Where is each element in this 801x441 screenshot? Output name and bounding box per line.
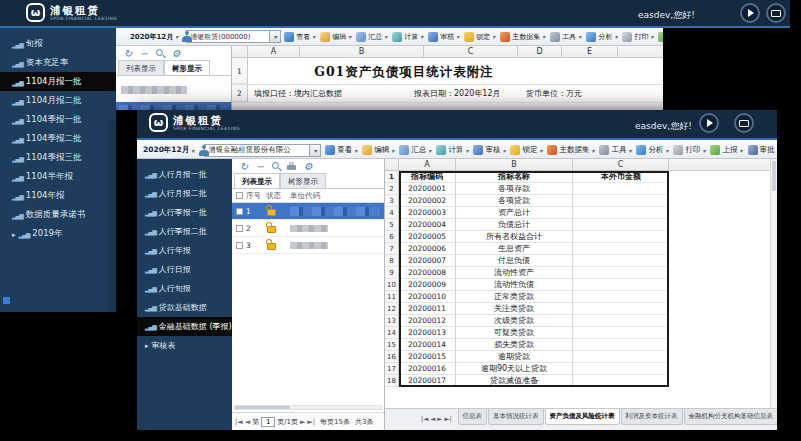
report-caliber[interactable]: 填报口径：境内汇总数据 (254, 88, 374, 99)
sidebar-item[interactable]: 数据质量承诺书 (0, 205, 116, 224)
indicator-name-cell[interactable]: 所有者权益合计 (456, 231, 573, 243)
column-header[interactable]: C (424, 46, 518, 58)
panel-tool-icon[interactable] (238, 161, 250, 173)
org-tree-row[interactable] (121, 79, 226, 98)
indicator-name-cell[interactable]: 各项存款 (456, 183, 573, 195)
sidebar-item[interactable]: 1104月报二批 (0, 91, 116, 110)
sidebar-item[interactable]: 1104季报二批 (0, 129, 116, 148)
sidebar-item[interactable]: 1104年报 (0, 186, 116, 205)
toolbar-menu[interactable]: 锁定 (463, 32, 496, 42)
toolbar-menu[interactable]: 汇总 (355, 32, 388, 42)
indicator-code-cell[interactable]: 20200005 (399, 231, 456, 243)
org-list-row[interactable]: 1 (232, 203, 384, 220)
sidebar-item[interactable]: 审核表 (137, 336, 232, 355)
amount-cell[interactable] (573, 363, 669, 375)
sheet-tab[interactable]: 资产负债及风险统计表 (545, 409, 620, 425)
indicator-name-cell[interactable]: 流动性负债 (456, 279, 573, 291)
first-page-button[interactable]: |◄ (235, 418, 243, 426)
panel-tab[interactable]: 列表显示 (118, 60, 164, 75)
sidebar-item[interactable]: 2019年 (0, 224, 116, 243)
indicator-code-cell[interactable]: 20200003 (399, 207, 456, 219)
period-selector[interactable]: 2020年12月 (130, 32, 178, 42)
indicator-code-cell[interactable]: 20200009 (399, 279, 456, 291)
sidebar-item[interactable]: 1104月报一批 (0, 72, 116, 91)
sidebar-item[interactable]: 金融基础数据 (季报) (137, 317, 232, 336)
indicator-name-cell[interactable]: 流动性资产 (456, 267, 573, 279)
sidebar-item[interactable]: 人行季报一批 (137, 203, 232, 222)
sidebar-item[interactable]: 人行年报 (137, 241, 232, 260)
column-header[interactable]: C (573, 159, 669, 171)
toolbar-menu[interactable]: 编辑 (361, 145, 395, 155)
panel-tab[interactable]: 树形显示 (164, 60, 210, 75)
report-unit[interactable]: 货币单位：万元 (526, 88, 582, 99)
panel-tool-icon[interactable] (286, 161, 298, 173)
toolbar-menu[interactable]: 工具 (549, 32, 582, 42)
panel-tool-icon[interactable] (170, 48, 182, 60)
panel-tool-icon[interactable] (154, 48, 166, 60)
org-combo[interactable]: 浦银租赁(000000) (186, 30, 281, 43)
report-date[interactable]: 报表日期：2020年12月 (414, 88, 510, 99)
panel-tool-icon[interactable] (122, 48, 134, 60)
indicator-name-cell[interactable]: 损失类贷款 (456, 339, 573, 351)
row-checkbox[interactable] (236, 242, 243, 249)
header-cell-amount[interactable]: 本外币金额 (573, 171, 669, 183)
select-all-checkbox[interactable] (236, 192, 243, 199)
toolbar-menu[interactable]: 审批 (747, 145, 778, 155)
indicator-name-cell[interactable]: 资产总计 (456, 207, 573, 219)
indicator-code-cell[interactable]: 20200012 (399, 315, 456, 327)
horizontal-scrollbar[interactable] (234, 405, 382, 410)
indicator-code-cell[interactable]: 20200004 (399, 219, 456, 231)
toolbar-menu[interactable]: 上报 (709, 145, 743, 155)
indicator-code-cell[interactable]: 20200017 (399, 375, 456, 387)
column-header[interactable]: B (300, 46, 424, 58)
indicator-name-cell[interactable]: 逾期90天以上贷款 (456, 363, 573, 375)
prev-page-button[interactable]: ◄ (245, 418, 250, 426)
toolbar-menu[interactable]: 编辑 (319, 32, 352, 42)
sheet-tab[interactable]: 利润及资本统计表 (621, 409, 683, 425)
panel-tool-icon[interactable] (302, 161, 314, 173)
sidebar-item[interactable]: 人行季报二批 (137, 222, 232, 241)
row-checkbox[interactable] (236, 208, 243, 215)
panel-tool-icon[interactable] (270, 161, 282, 173)
indicator-name-cell[interactable]: 关注类贷款 (456, 303, 573, 315)
indicator-code-cell[interactable]: 20200002 (399, 195, 456, 207)
toolbar-menu[interactable]: 查看 (324, 145, 358, 155)
sheet-tab[interactable]: 基本情况统计表 (488, 409, 544, 425)
toolbar-menu[interactable]: 分析 (635, 145, 669, 155)
report-title[interactable]: G01资产负债项目统计表附注 (274, 58, 534, 84)
amount-cell[interactable] (573, 375, 669, 387)
amount-cell[interactable] (573, 315, 669, 327)
play-button[interactable] (699, 113, 719, 133)
toolbar-menu[interactable]: 审核 (427, 32, 460, 42)
amount-cell[interactable] (573, 267, 669, 279)
column-header[interactable]: E (562, 46, 618, 58)
indicator-code-cell[interactable]: 20200001 (399, 183, 456, 195)
sidebar-item[interactable]: 1104季报三批 (0, 148, 116, 167)
toolbar-menu[interactable]: 计算 (435, 145, 469, 155)
toolbar-menu[interactable]: 工具 (598, 145, 632, 155)
monitor-button[interactable] (734, 113, 754, 133)
sidebar-item[interactable]: 人行月报二批 (137, 184, 232, 203)
sidebar-item[interactable]: 1104半年报 (0, 167, 116, 186)
page-input[interactable] (261, 417, 275, 427)
sidebar-item[interactable]: 资本充足率 (0, 53, 116, 72)
toolbar-menu[interactable]: 汇总 (398, 145, 432, 155)
amount-cell[interactable] (573, 339, 669, 351)
panel-tool-icon[interactable] (254, 161, 266, 173)
sheet-tab[interactable]: 信息表 (458, 409, 488, 425)
indicator-name-cell[interactable]: 付息负债 (456, 255, 573, 267)
panel-tab[interactable]: 树形显示 (280, 173, 326, 188)
indicator-name-cell[interactable]: 正常类贷款 (456, 291, 573, 303)
header-cell-code[interactable]: 指标编码 (399, 171, 456, 183)
row-checkbox[interactable] (236, 225, 243, 232)
indicator-name-cell[interactable]: 贷款减值准备 (456, 375, 573, 387)
indicator-name-cell[interactable]: 逾期贷款 (456, 351, 573, 363)
amount-cell[interactable] (573, 255, 669, 267)
sidebar-item[interactable]: 贷款基础数据 (137, 298, 232, 317)
amount-cell[interactable] (573, 291, 669, 303)
next-page-button[interactable]: ► (300, 418, 305, 426)
indicator-code-cell[interactable]: 20200011 (399, 303, 456, 315)
org-tree-row[interactable] (116, 102, 231, 110)
toolbar-menu[interactable]: 计算 (391, 32, 424, 42)
column-header[interactable]: A (399, 159, 456, 171)
